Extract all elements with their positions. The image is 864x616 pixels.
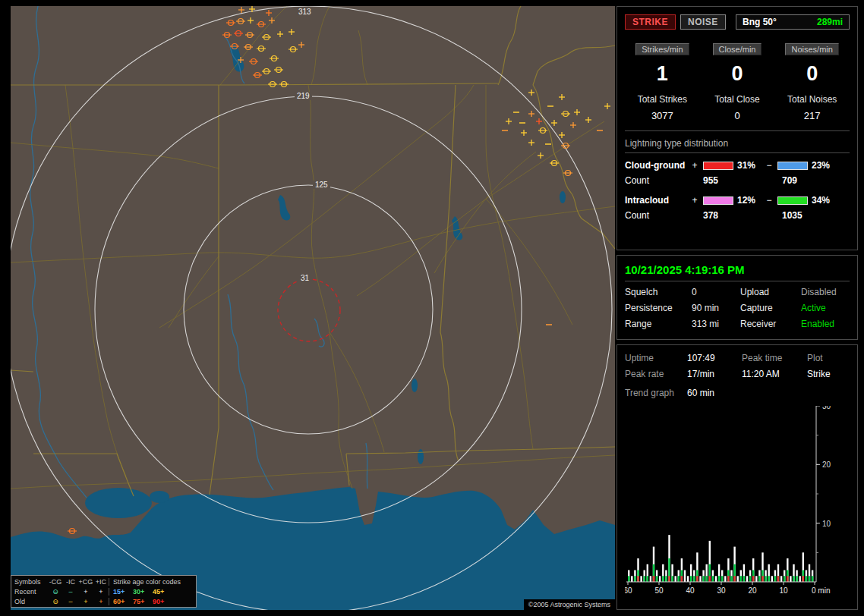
counters-box: STRIKE NOISE Bng 50° 289mi Strikes/min 1… [616, 6, 858, 250]
capture-label: Capture [740, 303, 801, 313]
uptime-label: Uptime [625, 353, 687, 363]
trend-box: Uptime 107:49 Peak time Plot Peak rate 1… [616, 344, 858, 610]
count-label: Count [625, 210, 690, 221]
cloud-ground-count-row: Count 955 709 [625, 175, 850, 186]
cloud-ground-label: Cloud-ground [625, 160, 690, 171]
svg-text:50: 50 [654, 586, 664, 595]
noise-button[interactable]: NOISE [680, 14, 726, 30]
peak-rate-label: Peak rate [625, 369, 687, 379]
copyright: ©2005 Astrogenic Systems [524, 599, 615, 610]
plus-sign: + [690, 160, 699, 171]
total-close-value: 0 [700, 110, 775, 121]
cg-negative-color-bar [777, 162, 808, 170]
ic-positive-percent: 12% [737, 195, 765, 206]
legend-age-title: Strike age color codes [109, 578, 196, 586]
legend-header-neg-ic: -IC [63, 578, 78, 586]
total-strikes-value: 3077 [625, 110, 700, 121]
plus-sign: + [690, 195, 699, 206]
close-per-min-header[interactable]: Close/min [713, 43, 762, 55]
range-ring-label-219: 219 [295, 92, 312, 100]
cg-positive-percent: 31% [737, 160, 765, 171]
total-close-label: Total Close [700, 94, 775, 105]
total-noises-value: 217 [774, 110, 850, 121]
trend-graph-canvas: 3020106050403020100 min [625, 406, 850, 596]
close-per-min-value: 0 [700, 62, 775, 86]
noises-per-min-column: Noises/min 0 Total Noises 217 [774, 42, 850, 121]
receiver-status: Enabled [801, 319, 850, 329]
bearing-readout: Bng 50° 289mi [736, 14, 850, 30]
strikes-per-min-header[interactable]: Strikes/min [635, 43, 689, 55]
svg-text:20: 20 [748, 586, 757, 595]
trend-graph-window: 60 min [687, 388, 714, 398]
trend-graph: 3020106050403020100 min [625, 406, 850, 599]
svg-text:40: 40 [686, 586, 695, 595]
legend-row-recent: Recent⊖–++15+30+45+ [11, 586, 196, 596]
distribution-title: Lightning type distribution [625, 138, 850, 153]
range-ring-label-125: 125 [313, 181, 330, 189]
persistence-value: 90 min [692, 303, 740, 313]
cg-positive-count: 955 [690, 175, 769, 186]
strikes-per-min-value: 1 [625, 62, 700, 86]
upload-label: Upload [740, 287, 801, 297]
noises-per-min-header[interactable]: Noises/min [785, 43, 838, 55]
ic-negative-color-bar [777, 196, 808, 205]
ic-negative-count: 1035 [769, 210, 803, 221]
svg-text:10: 10 [779, 586, 788, 595]
intracloud-count-row: Count 378 1035 [625, 210, 850, 221]
plot-label: Plot [807, 353, 850, 363]
legend-row-old: Old⊖–++60+75+90+ [11, 596, 196, 606]
bearing-label: Bng 50° [743, 17, 777, 27]
strikes-per-min-column: Strikes/min 1 Total Strikes 3077 [625, 42, 700, 121]
range-ring-label-31: 31 [298, 274, 311, 282]
map-legend: Symbols -CG -IC +CG +IC Strike age color… [11, 575, 197, 608]
peak-time-value: 11:20 AM [742, 369, 807, 379]
svg-text:0 min: 0 min [812, 586, 830, 595]
upload-status: Disabled [801, 287, 850, 297]
trend-graph-label: Trend graph [625, 388, 687, 398]
peak-time-label: Peak time [742, 353, 807, 363]
receiver-label: Receiver [740, 319, 801, 329]
divider [625, 130, 850, 131]
configuration-box: 10/21/2025 4:19:16 PM Squelch 0 Upload D… [616, 255, 858, 340]
svg-text:10: 10 [822, 520, 831, 528]
ic-positive-color-bar [703, 196, 733, 205]
close-per-min-column: Close/min 0 Total Close 0 [700, 42, 775, 121]
svg-text:30: 30 [717, 586, 726, 595]
intracloud-row: Intracloud + 12% − 34% [625, 195, 850, 206]
cg-negative-count: 709 [769, 175, 797, 186]
legend-symbols-label: Symbols [11, 578, 48, 586]
squelch-value: 0 [692, 287, 740, 297]
svg-text:60: 60 [625, 586, 632, 595]
svg-text:30: 30 [822, 406, 831, 410]
persistence-label: Persistence [625, 303, 692, 313]
map-canvas[interactable] [11, 6, 615, 610]
range-label: Range [625, 319, 692, 329]
peak-rate-value: 17/min [687, 369, 742, 379]
nexstorm-window: 313 219 125 31 Symbols -CG -IC +CG +IC S… [0, 0, 864, 616]
current-datetime: 10/21/2025 4:19:16 PM [625, 263, 850, 281]
range-value: 313 mi [692, 319, 740, 329]
noises-per-min-value: 0 [774, 62, 850, 86]
strike-button[interactable]: STRIKE [625, 14, 676, 30]
plot-value: Strike [807, 369, 850, 379]
ic-negative-percent: 34% [812, 195, 839, 206]
squelch-label: Squelch [625, 287, 692, 297]
count-label: Count [625, 175, 690, 186]
cg-positive-color-bar [703, 162, 733, 170]
range-ring-label-313: 313 [296, 8, 314, 16]
minus-sign: − [765, 160, 774, 171]
legend-header-pos-ic: +IC [93, 578, 109, 586]
status-panel: STRIKE NOISE Bng 50° 289mi Strikes/min 1… [616, 6, 858, 610]
minus-sign: − [765, 195, 774, 206]
cg-negative-percent: 23% [812, 160, 839, 171]
cloud-ground-row: Cloud-ground + 31% − 23% [625, 160, 850, 171]
lightning-map[interactable]: 313 219 125 31 Symbols -CG -IC +CG +IC S… [11, 6, 615, 610]
capture-status: Active [801, 303, 850, 313]
intracloud-label: Intracloud [625, 195, 690, 206]
bearing-value: 289mi [817, 17, 843, 27]
ic-positive-count: 378 [690, 210, 769, 221]
svg-text:20: 20 [822, 460, 831, 469]
total-strikes-label: Total Strikes [625, 94, 700, 105]
legend-header-neg-cg: -CG [48, 578, 63, 586]
uptime-value: 107:49 [687, 353, 742, 363]
